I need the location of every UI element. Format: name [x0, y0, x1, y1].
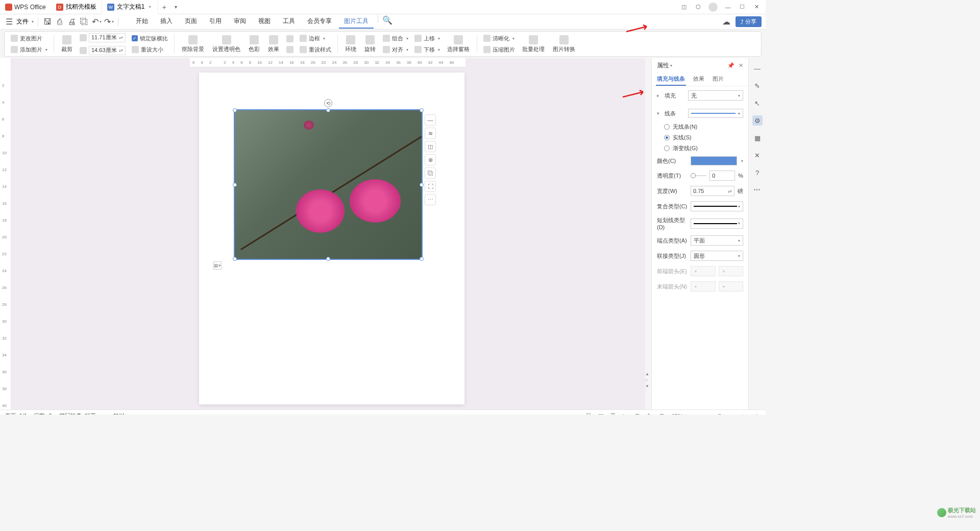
resize-handle-se[interactable]	[420, 257, 424, 261]
view-mode-2-icon[interactable]: ▤	[598, 413, 605, 415]
print-preview-icon[interactable]: ⎙	[55, 17, 65, 27]
menu-tab-insert[interactable]: 插入	[155, 15, 178, 29]
float-wrap-icon[interactable]: ≋	[425, 128, 436, 139]
float-zoom-icon[interactable]: ⊕	[425, 154, 436, 165]
menu-tab-member[interactable]: 会员专享	[302, 15, 337, 29]
reset-size-button[interactable]: 重设大小	[130, 45, 170, 55]
file-menu[interactable]: 文件	[16, 17, 29, 26]
cap-select[interactable]: 平面▾	[691, 235, 743, 246]
panel-tab-picture[interactable]: 图片	[712, 73, 725, 86]
fill-select[interactable]: 无▾	[688, 90, 743, 101]
layers-icon[interactable]: ▦	[752, 133, 763, 143]
resize-handle-w[interactable]	[233, 183, 237, 187]
tab-templates[interactable]: D 找稻壳模板	[51, 0, 102, 14]
zoom-out-icon[interactable]: −	[693, 413, 700, 415]
add-picture-button[interactable]: 添加图片▾	[9, 45, 50, 55]
wrap-button[interactable]: 环绕	[342, 34, 359, 54]
fill-collapse-icon[interactable]: ▸	[657, 93, 659, 98]
float-crop-icon[interactable]: ◫	[425, 141, 436, 152]
cloud-icon[interactable]: ☁	[721, 17, 731, 27]
menu-tab-start[interactable]: 开始	[131, 15, 153, 29]
panel-close-icon[interactable]: ✕	[739, 62, 743, 69]
view-mode-4-icon[interactable]: ▷	[623, 413, 630, 415]
border-button[interactable]: 边框▾	[298, 34, 333, 43]
reset-style-button[interactable]: 重设样式	[298, 45, 333, 55]
resize-handle-ne[interactable]	[420, 108, 424, 112]
search-icon[interactable]: 🔍	[382, 15, 393, 25]
radio-solid-line[interactable]: 实线(S)	[664, 134, 743, 141]
change-picture-button[interactable]: 更改图片	[9, 34, 50, 43]
page-status[interactable]: 页面: 1/1	[5, 412, 27, 415]
float-fullscreen-icon[interactable]: ⛶	[425, 181, 436, 192]
compress-button[interactable]: 压缩图片	[481, 45, 517, 55]
menu-tab-picture-tools[interactable]: 图片工具	[339, 15, 374, 29]
redo-icon[interactable]: ↷▾	[104, 17, 114, 27]
hamburger-icon[interactable]: ☰	[4, 17, 14, 27]
zoom-in-icon[interactable]: +	[741, 413, 748, 415]
float-copy-icon[interactable]: ⿻	[425, 167, 436, 179]
scroll-up-icon[interactable]: ▲	[645, 372, 650, 377]
panel-tab-effect[interactable]: 效果	[692, 73, 705, 86]
rotate-button[interactable]: 旋转	[361, 34, 379, 54]
expand-icon[interactable]: ⤢	[753, 413, 761, 415]
batch-button[interactable]: 批量处理	[519, 34, 548, 54]
line-preview-select[interactable]: ▾	[688, 109, 743, 118]
fit-icon[interactable]: ⊡	[659, 413, 667, 415]
menu-tab-tools[interactable]: 工具	[278, 15, 300, 29]
zoom-value[interactable]: 85%	[672, 413, 683, 415]
window-duplicate-icon[interactable]: ◫	[680, 3, 688, 11]
proof-status[interactable]: 校对	[113, 412, 125, 415]
compound-select[interactable]: ▾	[691, 201, 743, 211]
convert-button[interactable]: 图片转换	[550, 34, 578, 54]
selected-image[interactable]: ⟲ — ≋ ◫ ⊕	[234, 109, 423, 260]
move-down-button[interactable]: 下移▾	[412, 45, 442, 55]
opacity-slider[interactable]	[691, 175, 706, 176]
minimize-icon[interactable]: —	[724, 3, 732, 11]
line-collapse-icon[interactable]: ▾	[657, 111, 659, 116]
save-icon[interactable]: 🖫	[42, 17, 53, 27]
pin-icon[interactable]: 📌	[727, 62, 734, 69]
effect-button[interactable]: 效果	[265, 34, 282, 54]
join-select[interactable]: 圆形▾	[691, 251, 743, 261]
properties-tool-icon[interactable]: ⚙	[752, 115, 763, 126]
collapse-panel-icon[interactable]: —	[752, 63, 763, 74]
align-button[interactable]: 对齐▾	[381, 45, 410, 55]
user-avatar[interactable]	[708, 3, 718, 12]
resize-handle-sw[interactable]	[233, 257, 237, 261]
resize-handle-n[interactable]	[326, 108, 330, 112]
remove-bg-button[interactable]: 抠除背景	[179, 34, 207, 54]
move-up-button[interactable]: 上移▾	[412, 34, 442, 43]
settings-icon[interactable]: ✎	[647, 413, 654, 415]
view-mode-5-icon[interactable]: ⊞	[635, 413, 642, 415]
cube-icon[interactable]: ⬡	[694, 3, 702, 11]
panel-tab-fill-line[interactable]: 填充与线条	[656, 73, 686, 86]
close-icon[interactable]: ✕	[752, 3, 761, 11]
select-tool-icon[interactable]: ↖	[752, 98, 763, 108]
view-mode-1-icon[interactable]: ☷	[586, 413, 593, 415]
height-input[interactable]: 14.63厘米▴▾	[89, 46, 126, 55]
word-count[interactable]: 字数: 0	[34, 412, 52, 415]
resize-handle-nw[interactable]	[233, 108, 237, 112]
view-mode-3-icon[interactable]: ☰	[610, 413, 618, 415]
new-tab-button[interactable]: +	[158, 3, 170, 11]
color-button[interactable]: 色彩	[246, 34, 263, 54]
menu-tab-review[interactable]: 审阅	[229, 15, 251, 29]
crop-button[interactable]: 裁剪	[58, 34, 76, 54]
tab-close-icon[interactable]: •	[147, 4, 152, 11]
line-width-input[interactable]: 0.75▴▾	[691, 186, 734, 196]
document-page[interactable]: ⟲ — ≋ ◫ ⊕	[199, 73, 464, 404]
scroll-down-icon[interactable]: ▼	[645, 384, 650, 389]
rotation-handle[interactable]: ⟲	[324, 99, 332, 107]
scroll-target-icon[interactable]: ○	[645, 378, 650, 383]
tools-icon[interactable]: ✕	[752, 150, 763, 160]
tab-document[interactable]: W 文字文稿1 •	[102, 0, 158, 14]
lock-ratio-checkbox[interactable]: ✓锁定纵横比	[130, 34, 170, 43]
clarity-button[interactable]: 清晰化▾	[481, 34, 517, 43]
resize-handle-e[interactable]	[420, 183, 424, 187]
brightness-icon[interactable]	[284, 34, 296, 43]
pen-tool-icon[interactable]: ✎	[752, 81, 763, 91]
tab-menu-button[interactable]: ▾	[170, 4, 181, 10]
vertical-scrollbar[interactable]	[645, 58, 651, 409]
spell-check-status[interactable]: 拼写检查: 打开	[59, 412, 96, 415]
transparency-button[interactable]: 设置透明色	[209, 34, 243, 54]
